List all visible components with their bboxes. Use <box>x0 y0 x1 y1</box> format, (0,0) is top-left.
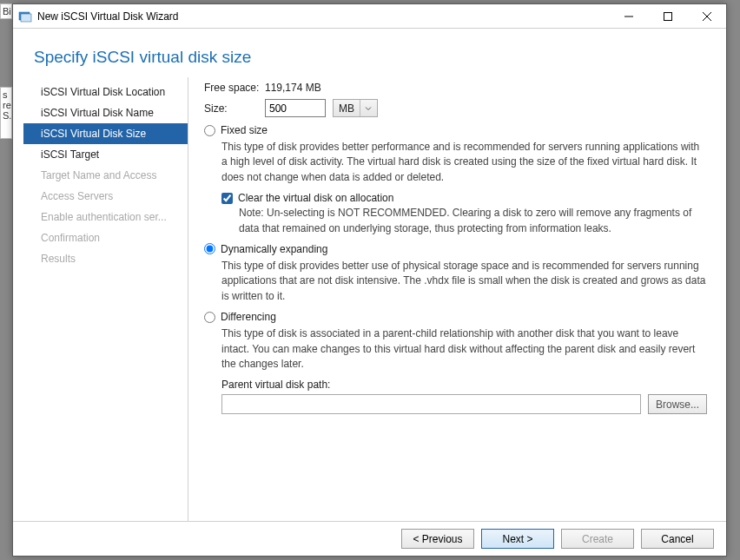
dynamic-desc: This type of disk provides better use of… <box>221 259 707 304</box>
clear-note: Note: Un-selecting is NOT RECOMMENDED. C… <box>239 206 707 236</box>
size-label: Size: <box>204 102 265 115</box>
page-title: Specify iSCSI virtual disk size <box>34 48 709 67</box>
window-controls <box>609 4 726 29</box>
step-target[interactable]: iSCSI Target <box>23 144 188 165</box>
step-name[interactable]: iSCSI Virtual Disk Name <box>23 102 188 123</box>
previous-button[interactable]: < Previous <box>401 529 474 549</box>
chevron-down-icon <box>360 100 372 116</box>
step-target-name: Target Name and Access <box>23 165 188 186</box>
create-button: Create <box>561 529 634 549</box>
radio-fixed-label: Fixed size <box>221 124 268 136</box>
option-fixed: Fixed size This type of disk provides be… <box>204 124 707 236</box>
size-row: Size: MB <box>204 99 707 117</box>
parent-path-input[interactable] <box>221 394 641 414</box>
size-input[interactable] <box>265 99 326 117</box>
titlebar: New iSCSI Virtual Disk Wizard <box>13 4 726 29</box>
step-results: Results <box>23 248 188 269</box>
browse-button[interactable]: Browse... <box>648 394 707 414</box>
radio-dynamic-label: Dynamically expanding <box>221 243 327 255</box>
free-space-row: Free space: 119,174 MB <box>204 82 707 94</box>
wizard-header: Specify iSCSI virtual disk size <box>13 29 726 77</box>
wizard-content: Free space: 119,174 MB Size: MB Fixed si… <box>188 77 716 521</box>
maximize-button[interactable] <box>648 4 687 29</box>
free-space-value: 119,174 MB <box>265 82 321 94</box>
cancel-button[interactable]: Cancel <box>641 529 714 549</box>
size-unit-value: MB <box>339 102 354 115</box>
next-button[interactable]: Next > <box>481 529 554 549</box>
window-title: New iSCSI Virtual Disk Wizard <box>37 10 609 23</box>
fixed-desc: This type of disk provides better perfor… <box>221 140 707 185</box>
option-dynamic: Dynamically expanding This type of disk … <box>204 243 707 304</box>
step-auth: Enable authentication ser... <box>23 207 188 227</box>
wizard-steps-sidebar: iSCSI Virtual Disk Location iSCSI Virtua… <box>23 77 188 521</box>
minimize-button[interactable] <box>609 4 648 29</box>
differencing-desc: This type of disk is associated in a par… <box>221 326 707 372</box>
step-access-servers: Access Servers <box>23 186 188 207</box>
radio-dynamic[interactable] <box>204 243 215 254</box>
bg-window-fragment: s re S... <box>0 87 12 139</box>
bg-window-fragment: Bi <box>0 3 12 19</box>
checkbox-clear-label: Clear the virtual disk on allocation <box>238 192 393 204</box>
close-button[interactable] <box>687 4 726 29</box>
radio-differencing[interactable] <box>204 312 215 323</box>
wizard-body: iSCSI Virtual Disk Location iSCSI Virtua… <box>13 77 726 521</box>
wizard-footer: < Previous Next > Create Cancel <box>13 521 726 556</box>
size-unit-dropdown[interactable]: MB <box>333 99 378 117</box>
radio-fixed[interactable] <box>204 125 215 136</box>
step-location[interactable]: iSCSI Virtual Disk Location <box>23 82 188 102</box>
radio-differencing-label: Differencing <box>221 311 276 323</box>
wizard-window: New iSCSI Virtual Disk Wizard Specify iS… <box>12 3 727 557</box>
checkbox-clear-on-allocation[interactable] <box>221 193 233 204</box>
free-space-label: Free space: <box>204 82 265 94</box>
option-differencing: Differencing This type of disk is associ… <box>204 311 707 414</box>
step-size[interactable]: iSCSI Virtual Disk Size <box>23 123 188 144</box>
step-confirmation: Confirmation <box>23 227 188 248</box>
parent-path-label: Parent virtual disk path: <box>221 379 707 391</box>
svg-rect-1 <box>21 14 31 22</box>
app-icon <box>18 10 32 23</box>
svg-rect-3 <box>664 12 671 20</box>
